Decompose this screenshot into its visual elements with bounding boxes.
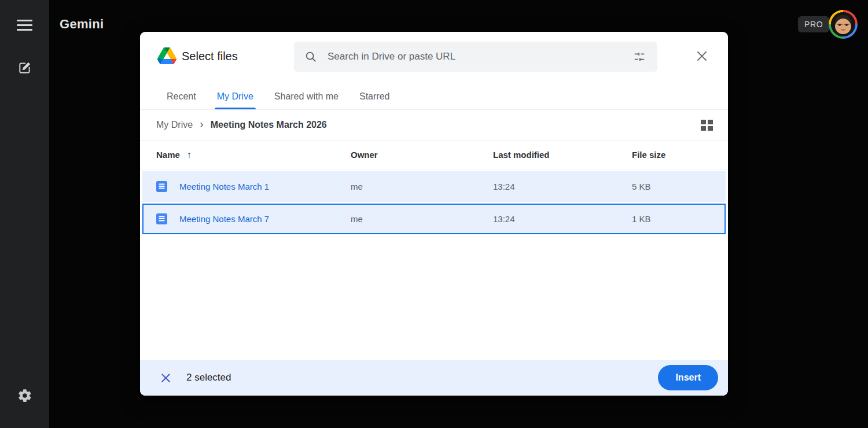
file-name-cell: Meeting Notes March 7 xyxy=(156,213,351,224)
column-header-modified[interactable]: Last modified xyxy=(493,150,632,160)
dialog-title: Select files xyxy=(182,50,238,63)
app-title: Gemini xyxy=(60,17,104,32)
table-header: Name↑ Owner Last modified File size xyxy=(140,141,728,169)
search-icon xyxy=(304,50,317,63)
new-chat-icon[interactable] xyxy=(17,60,32,75)
avatar-image xyxy=(831,12,855,36)
file-name: Meeting Notes March 1 xyxy=(179,182,269,191)
clear-selection-icon[interactable] xyxy=(158,370,174,386)
sidebar xyxy=(0,0,49,428)
file-size: 1 KB xyxy=(632,214,724,224)
breadcrumb-root[interactable]: My Drive xyxy=(156,120,193,130)
avatar[interactable] xyxy=(829,10,858,39)
file-size: 5 KB xyxy=(632,182,726,191)
file-owner: me xyxy=(351,214,493,224)
search-filter-icon[interactable] xyxy=(632,49,647,64)
tab-shared-with-me[interactable]: Shared with me xyxy=(264,84,349,109)
tab-my-drive[interactable]: My Drive xyxy=(207,84,264,109)
tab-bar: Recent My Drive Shared with me Starred xyxy=(140,84,728,110)
column-header-owner[interactable]: Owner xyxy=(351,150,493,160)
file-row-meeting-notes-march-7[interactable]: Meeting Notes March 7 me 13:24 1 KB xyxy=(142,204,726,234)
google-docs-icon xyxy=(156,213,167,224)
search-bar[interactable] xyxy=(294,42,657,72)
file-name: Meeting Notes March 7 xyxy=(179,214,269,224)
tab-starred[interactable]: Starred xyxy=(349,84,400,109)
file-row-meeting-notes-march-1[interactable]: Meeting Notes March 1 me 13:24 5 KB xyxy=(142,171,726,202)
column-header-name[interactable]: Name↑ xyxy=(156,150,351,160)
drive-picker-dialog: Select files Recent My Drive Sha xyxy=(140,32,728,396)
pro-badge[interactable]: PRO xyxy=(798,16,829,32)
file-modified: 13:24 xyxy=(493,182,632,191)
selection-count: 2 selected xyxy=(186,372,231,383)
grid-view-icon[interactable] xyxy=(701,120,713,131)
close-icon[interactable] xyxy=(693,47,711,65)
insert-button[interactable]: Insert xyxy=(658,365,718,390)
breadcrumb: My Drive › Meeting Notes March 2026 xyxy=(140,110,728,141)
google-docs-icon xyxy=(156,181,167,192)
selection-footer: 2 selected Insert xyxy=(140,360,728,396)
dialog-header: Select files xyxy=(140,32,728,84)
column-header-size[interactable]: File size xyxy=(632,150,728,160)
search-input[interactable] xyxy=(328,51,632,62)
menu-icon[interactable] xyxy=(17,20,32,31)
file-owner: me xyxy=(351,182,493,191)
sort-ascending-icon: ↑ xyxy=(187,150,192,160)
settings-gear-icon[interactable] xyxy=(17,388,32,403)
tab-recent[interactable]: Recent xyxy=(156,84,207,109)
file-list: Meeting Notes March 1 me 13:24 5 KB Meet… xyxy=(140,169,728,234)
file-modified: 13:24 xyxy=(493,214,632,224)
chevron-right-icon: › xyxy=(200,117,204,131)
file-name-cell: Meeting Notes March 1 xyxy=(156,181,351,192)
breadcrumb-current: Meeting Notes March 2026 xyxy=(211,120,327,130)
google-drive-icon xyxy=(157,47,176,64)
